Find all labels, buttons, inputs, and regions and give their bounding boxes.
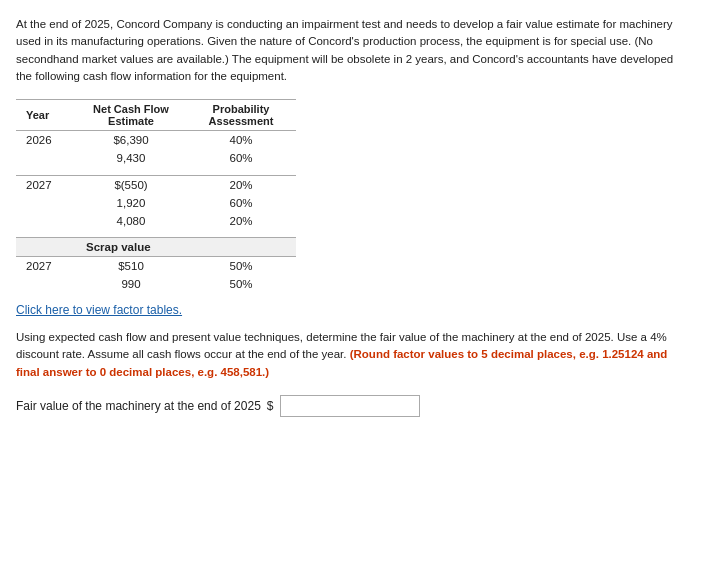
- table-row: 1,92060%: [16, 194, 296, 212]
- intro-paragraph: At the end of 2025, Concord Company is c…: [16, 16, 687, 85]
- table-row: 9,43060%: [16, 149, 296, 167]
- scrap-header-row: Scrap value: [16, 238, 296, 257]
- currency-symbol: $: [267, 399, 274, 413]
- fair-value-input[interactable]: [280, 395, 420, 417]
- header-estimate: Net Cash Flow Estimate: [76, 100, 186, 131]
- table-row: 2026$6,39040%: [16, 131, 296, 150]
- table-row: 2027$(550)20%: [16, 175, 296, 194]
- instruction-paragraph: Using expected cash flow and present val…: [16, 329, 687, 381]
- header-year: Year: [16, 100, 76, 131]
- fair-value-label: Fair value of the machinery at the end o…: [16, 399, 261, 413]
- table-row: 4,08020%: [16, 212, 296, 230]
- factor-tables-link[interactable]: Click here to view factor tables.: [16, 303, 687, 317]
- fair-value-row: Fair value of the machinery at the end o…: [16, 395, 687, 417]
- table-row: 2027$51050%: [16, 257, 296, 276]
- cash-flow-table: Year Net Cash Flow Estimate Probability …: [16, 99, 296, 293]
- table-row: 99050%: [16, 275, 296, 293]
- header-probability: Probability Assessment: [186, 100, 296, 131]
